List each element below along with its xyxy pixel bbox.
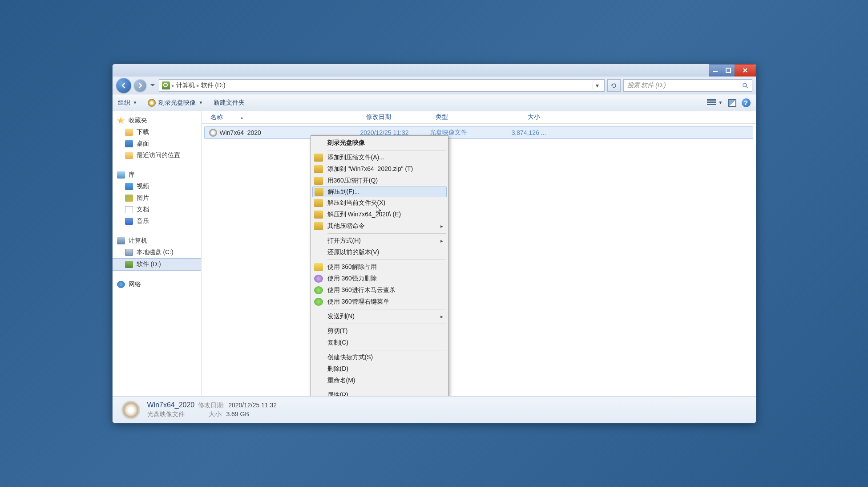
- breadcrumb-computer[interactable]: 计算机: [176, 81, 195, 89]
- sidebar-item-desktop[interactable]: 桌面: [113, 138, 201, 150]
- menu-separator: [327, 150, 446, 150]
- folder-icon: [125, 129, 133, 136]
- breadcrumb-current[interactable]: 软件 (D:): [201, 81, 226, 89]
- computer-icon: [117, 237, 125, 244]
- archive-icon: [314, 222, 323, 230]
- context-menu: 刻录光盘映像 添加到压缩文件(A)... 添加到 "Win7x64_2020.z…: [311, 135, 448, 396]
- archive-icon: [314, 154, 323, 162]
- recent-icon: [125, 152, 133, 159]
- menu-delete[interactable]: 删除(D): [312, 363, 447, 375]
- sidebar-item-drive-c[interactable]: 本地磁盘 (C:): [113, 247, 201, 258]
- disc-icon: [148, 99, 156, 107]
- content-pane: 名称▴ 修改日期 类型 大小 Win7x64_2020 2020/12/25 1…: [202, 111, 756, 396]
- sort-indicator-icon: ▴: [241, 115, 243, 120]
- search-input[interactable]: 搜索 软件 (D:): [623, 79, 752, 92]
- preview-pane-button[interactable]: [728, 99, 736, 107]
- burn-disc-button[interactable]: 刻录光盘映像▼: [148, 99, 203, 107]
- menu-open-360zip[interactable]: 用360压缩打开(Q): [312, 175, 447, 187]
- address-bar[interactable]: ▸ 计算机 ▸ 软件 (D:) ▾: [159, 79, 605, 92]
- menu-360-trojan-scan[interactable]: 使用 360进行木马云查杀: [312, 284, 447, 296]
- separator-icon: ▸: [172, 82, 174, 89]
- view-options-button[interactable]: ▼: [707, 99, 723, 106]
- libraries-heading[interactable]: 库: [113, 169, 201, 181]
- menu-360-unlock[interactable]: 使用 360解除占用: [312, 261, 447, 273]
- column-type[interactable]: 类型: [427, 111, 496, 123]
- main-area: 收藏夹 下载 桌面 最近访问的位置 库 视频 图片 文档 音乐 计算机: [113, 111, 756, 396]
- document-icon: [125, 206, 133, 213]
- archive-icon: [314, 165, 323, 173]
- file-list: Win7x64_2020 2020/12/25 11:32 光盘映像文件 3,8…: [202, 124, 756, 396]
- sidebar-item-documents[interactable]: 文档: [113, 204, 201, 215]
- menu-extract-named[interactable]: 解压到 Win7x64_2020\ (E): [312, 209, 447, 220]
- menu-separator: [327, 324, 446, 324]
- column-name[interactable]: 名称▴: [202, 111, 357, 123]
- menu-add-to-zip[interactable]: 添加到 "Win7x64_2020.zip" (T): [312, 163, 447, 175]
- column-size[interactable]: 大小: [496, 111, 549, 123]
- status-date-key: 修改日期:: [198, 402, 225, 410]
- close-button[interactable]: [735, 64, 756, 77]
- menu-copy[interactable]: 复制(C): [312, 337, 447, 349]
- status-file-type: 光盘映像文件: [147, 410, 185, 418]
- menu-create-shortcut[interactable]: 创建快捷方式(S): [312, 352, 447, 363]
- menu-extract-here[interactable]: 解压到当前文件夹(X): [312, 197, 447, 209]
- iso-large-icon: [121, 401, 140, 419]
- sidebar-item-downloads[interactable]: 下载: [113, 126, 201, 138]
- status-size-key: 大小:: [209, 410, 223, 418]
- svg-rect-1: [726, 68, 731, 73]
- menu-send-to[interactable]: 发送到(N): [312, 311, 447, 322]
- column-date[interactable]: 修改日期: [357, 111, 427, 123]
- menu-open-with[interactable]: 打开方式(H): [312, 235, 447, 247]
- menu-add-to-archive[interactable]: 添加到压缩文件(A)...: [312, 152, 447, 163]
- archive-icon: [314, 211, 323, 219]
- sidebar-item-drive-d[interactable]: 软件 (D:): [113, 258, 201, 271]
- menu-other-zip[interactable]: 其他压缩命令: [312, 220, 447, 232]
- favorites-heading[interactable]: 收藏夹: [113, 115, 201, 126]
- menu-icon: [314, 298, 323, 306]
- title-bar: [113, 64, 756, 77]
- sidebar-item-music[interactable]: 音乐: [113, 215, 201, 227]
- menu-restore-previous[interactable]: 还原以前的版本(V): [312, 247, 447, 258]
- unlock-icon: [314, 263, 323, 271]
- menu-cut[interactable]: 剪切(T): [312, 325, 447, 337]
- music-icon: [125, 218, 133, 225]
- computer-heading[interactable]: 计算机: [113, 235, 201, 247]
- video-icon: [125, 183, 133, 190]
- menu-extract-to[interactable]: 解压到(F)...: [312, 187, 447, 197]
- help-button[interactable]: ?: [742, 98, 751, 107]
- status-file-name: Win7x64_2020: [147, 401, 195, 409]
- minimize-button[interactable]: [709, 64, 722, 77]
- menu-burn-disc[interactable]: 刻录光盘映像: [312, 137, 447, 149]
- organize-button[interactable]: 组织▼: [118, 99, 137, 107]
- separator-icon: ▸: [197, 82, 199, 89]
- network-icon: [117, 281, 125, 288]
- sidebar-item-pictures[interactable]: 图片: [113, 192, 201, 204]
- back-button[interactable]: [116, 78, 131, 93]
- archive-icon: [314, 177, 323, 185]
- sidebar-item-videos[interactable]: 视频: [113, 181, 201, 192]
- maximize-button[interactable]: [722, 64, 735, 77]
- history-dropdown[interactable]: [149, 81, 156, 89]
- scan-icon: [314, 286, 323, 294]
- menu-separator: [327, 233, 446, 234]
- details-pane: Win7x64_2020 修改日期: 2020/12/25 11:32 光盘映像…: [113, 396, 756, 423]
- sidebar-item-recent[interactable]: 最近访问的位置: [113, 150, 201, 161]
- drive-icon: [125, 261, 133, 268]
- address-dropdown[interactable]: ▾: [593, 82, 602, 89]
- list-view-icon: [707, 99, 716, 106]
- menu-separator: [327, 260, 446, 260]
- svg-rect-0: [713, 71, 718, 72]
- new-folder-button[interactable]: 新建文件夹: [214, 99, 245, 107]
- menu-360-context[interactable]: 使用 360管理右键菜单: [312, 296, 447, 308]
- file-size: 3,874,126 ...: [499, 129, 546, 136]
- menu-separator: [327, 350, 446, 350]
- menu-rename[interactable]: 重命名(M): [312, 375, 447, 386]
- explorer-window: ▸ 计算机 ▸ 软件 (D:) ▾ 搜索 软件 (D:) 组织▼ 刻录光盘映像▼…: [112, 64, 756, 423]
- menu-properties[interactable]: 属性(R): [312, 390, 447, 396]
- refresh-button[interactable]: [607, 79, 621, 92]
- status-size-val: 3.69 GB: [226, 410, 249, 418]
- menu-360-force-delete[interactable]: 使用 360强力删除: [312, 273, 447, 284]
- network-heading[interactable]: 网络: [113, 279, 201, 290]
- file-row[interactable]: Win7x64_2020 2020/12/25 11:32 光盘映像文件 3,8…: [204, 126, 753, 139]
- forward-button[interactable]: [134, 79, 146, 92]
- search-placeholder: 搜索 软件 (D:): [627, 81, 739, 89]
